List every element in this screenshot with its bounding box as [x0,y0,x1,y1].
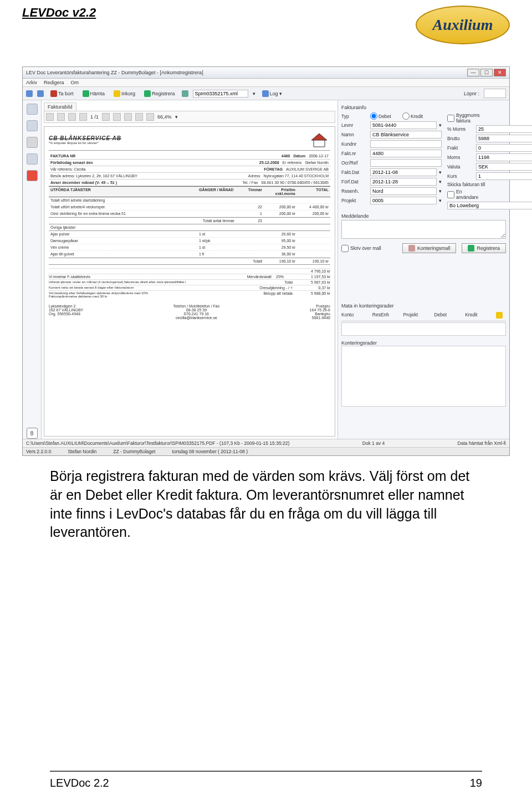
col-projekt: Projekt [403,312,434,320]
period-note: Utförda tjänster under en månad (4 vecko… [49,280,280,284]
footer-left: LEVDoc 2.2 [50,777,109,789]
maximize-button[interactable]: ☐ [480,69,493,76]
register-icon [144,90,151,97]
adress-value: Nybrogatan 77, 114 40 STOCKHOLM [262,173,330,178]
debet-radio[interactable]: Debet [370,112,397,120]
log-button[interactable]: Log▾ [260,89,284,98]
col-total: TOTAL [297,187,330,197]
valuta-input[interactable] [476,163,532,171]
menu-arkiv[interactable]: Arkiv [26,80,37,85]
line-tim: 1 [236,211,264,217]
pam-note: Fakturapåminnelse debiteras med 30 kr [49,295,108,298]
tabort-button[interactable]: Ta bort [48,89,76,98]
brutto-input[interactable] [476,135,532,142]
registrera-info-button[interactable]: Registrera [462,243,506,253]
konteringsmall-button[interactable]: Konteringsmall [402,243,457,253]
attestant-input[interactable] [447,202,532,209]
ovriga-desc: Ajax till golvet [49,251,197,257]
save-icon[interactable] [57,113,65,121]
footer-rule [50,771,482,772]
ovriga-pris: 29,50 kr [264,244,297,250]
nav-prev-icon[interactable] [26,90,33,97]
ocr-input[interactable] [370,159,442,167]
minimize-button[interactable]: — [467,69,479,76]
projekt-label: Projekt [341,198,368,203]
pmoms-input[interactable] [476,125,532,133]
namn-input[interactable] [370,131,442,139]
frakt-input[interactable] [476,144,532,152]
valuta-label: Valuta [447,164,474,170]
faktnr-input[interactable] [370,150,442,157]
ovriga-pris: 95,00 kr [264,238,297,244]
kundnr-label: Kundnr [341,141,368,147]
print-icon[interactable] [46,113,54,121]
lopnr-input[interactable] [484,89,506,98]
konteringsrader-body[interactable] [341,346,506,407]
menubar: Arkiv Redigera Om [23,79,509,87]
rotate-l-icon[interactable] [135,113,143,121]
rail-calendar-icon[interactable]: 8 [27,428,38,439]
rail-list-icon[interactable] [27,120,38,131]
kredit-radio[interactable]: Kredit [402,112,429,120]
close-button[interactable]: ✕ [494,69,506,76]
datum-label: Datum [291,153,307,158]
cursor-icon[interactable] [102,113,110,121]
line-desc: Totalt utfört arbete/4 veckorsper. [49,204,197,210]
totalt-label: Totalt [236,258,264,264]
menu-om[interactable]: Om [71,80,79,85]
enanv-checkbox[interactable]: En användare [447,189,474,200]
filename-input[interactable] [193,90,248,98]
zoom-value[interactable]: 66,4% [157,114,172,120]
kurs-input[interactable] [476,172,532,180]
meddelande-input[interactable] [341,220,506,239]
namn-label: Namn [341,132,368,137]
registrera-button[interactable]: Registrera [142,89,177,98]
menu-redigera[interactable]: Redigera [44,80,64,85]
rail-alert-icon[interactable] [27,170,38,181]
foot-tel-label: Telefon / Mobiltelefon / Fax [173,304,220,308]
levnr-input[interactable] [370,121,437,129]
col-ganger: GÅNGER / MÅNAD [197,187,236,197]
projekt-input[interactable] [370,197,437,204]
check-icon [468,245,474,252]
col-pris: Pris/tim exkl.moms [264,187,297,197]
rail-gear-icon[interactable] [27,137,38,148]
up-icon[interactable] [68,113,76,121]
fakturabild-tab[interactable]: Fakturabild [44,102,76,111]
foot-org: Org. 556550-4948 [49,312,83,316]
status-dok: Dok 1 av 4 [362,440,385,446]
add-row-icon[interactable] [496,312,503,319]
line-tot: 4 400,00 kr [297,204,330,210]
template-icon [408,245,415,252]
zoomin-icon[interactable] [124,113,132,121]
rotate-r-icon[interactable] [146,113,154,121]
moms-label: Moms [447,155,474,160]
moms-input[interactable] [476,153,532,161]
forfdat-input[interactable] [370,178,437,186]
rail-doc-icon[interactable] [27,104,38,115]
byggmoms-checkbox[interactable]: Byggmoms faktura [447,112,474,124]
inkorg-label: Inkorg [121,91,135,96]
invoice-document: CB BLÄNKSERVICE AB *Vi erbjuder åtnjuta … [44,126,335,437]
ovriga-qty: 1 st [197,231,236,237]
line-pris: 200,00 kr [264,204,297,210]
faktdat-input[interactable] [370,168,437,176]
hamta-button[interactable]: Hämta [80,89,108,98]
inkorg-button[interactable]: Inkorg [111,89,137,98]
window-title: LEV Doc Leverantörsfakturahantering ZZ -… [26,70,203,75]
zoomout-icon[interactable] [113,113,121,121]
belopp-value: 5 988,00 kr [297,291,330,298]
log-icon [262,90,269,97]
nav-next-icon[interactable] [37,90,44,97]
ovriga-suma: 190,10 kr [264,258,297,264]
skriv-checkbox[interactable]: Skriv över mall [341,245,381,252]
kundnr-input[interactable] [370,140,442,148]
skicka-label: Skicka fakturan till [447,182,485,187]
kontering-grid-body[interactable] [341,322,506,336]
lopnr-label: Löpnr : [464,91,479,96]
info-pane: Fakturainfo Typ Debet Kredit Levnr▾ Namn… [337,100,509,439]
down-icon[interactable] [79,113,87,121]
footer-page-number: 19 [470,777,482,789]
resenh-input[interactable] [370,187,437,195]
rail-clip-icon[interactable] [27,153,38,165]
